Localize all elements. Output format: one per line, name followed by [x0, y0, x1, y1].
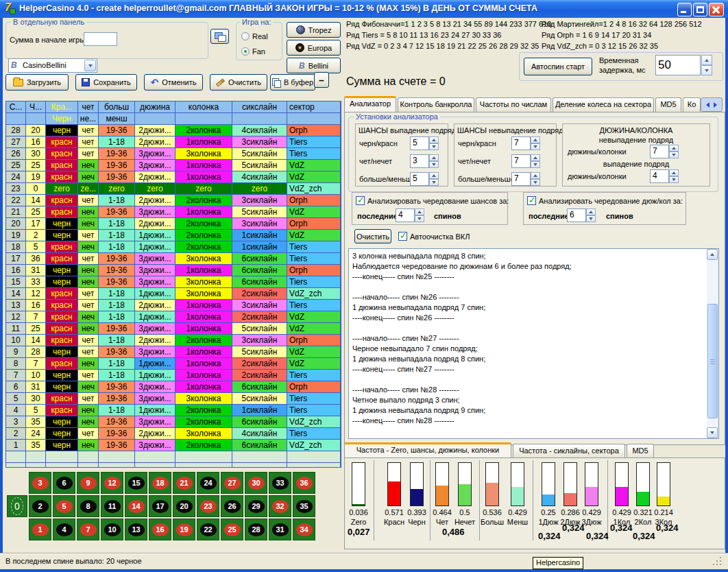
- spin-down-icon[interactable]: [531, 143, 540, 150]
- roulette-number-4[interactable]: 4: [53, 519, 75, 540]
- analyzer-spin-6-edit[interactable]: 7: [650, 145, 669, 158]
- freq-tab-2[interactable]: MD5: [627, 444, 654, 457]
- roulette-number-17[interactable]: 17: [149, 495, 171, 517]
- spin-up-icon[interactable]: [415, 208, 424, 215]
- spin-up-icon[interactable]: [669, 169, 679, 176]
- tab-scroll-right-icon[interactable]: [714, 102, 717, 108]
- alternation-dozen-checkbox[interactable]: [527, 196, 536, 205]
- radio-fan[interactable]: [241, 47, 250, 56]
- spin-up-icon[interactable]: [429, 154, 439, 161]
- freq-tab-1[interactable]: Частота - сиклайны, сектора: [513, 444, 625, 457]
- grid-header-cell[interactable]: Черн: [46, 113, 78, 125]
- analyzer-log[interactable]: 3 колонка невыпадала подряд 8 спин;Наблю…: [348, 248, 719, 439]
- scroll-down-button[interactable]: [707, 427, 718, 438]
- main-tab-4[interactable]: MD5: [655, 97, 681, 112]
- roulette-number-6[interactable]: 6: [53, 472, 75, 494]
- scroll-thumb[interactable]: [707, 304, 718, 418]
- combo-dropdown-button[interactable]: [84, 60, 96, 71]
- chk1-spin-edit[interactable]: 4: [396, 208, 415, 222]
- detach-panel-button[interactable]: [210, 29, 229, 44]
- chk2-spin-edit[interactable]: 6: [567, 208, 586, 222]
- spin-down-icon[interactable]: [429, 179, 439, 186]
- analyzer-spin-2[interactable]: 5: [410, 172, 439, 186]
- roulette-number-16[interactable]: 16: [149, 519, 171, 540]
- log-clear-button[interactable]: Очистить: [354, 229, 391, 243]
- spin-down-icon[interactable]: [669, 152, 679, 158]
- roulette-number-18[interactable]: 18: [149, 472, 171, 494]
- chk1-spin[interactable]: 4: [396, 208, 424, 222]
- grid-header-cell[interactable]: сикслайн: [232, 102, 287, 113]
- roulette-number-14[interactable]: 14: [125, 495, 147, 517]
- radio-real[interactable]: [241, 32, 250, 40]
- roulette-number-32[interactable]: 32: [269, 495, 291, 517]
- resize-grip[interactable]: [720, 557, 721, 558]
- roulette-number-26[interactable]: 26: [221, 495, 243, 517]
- minimize-button[interactable]: [677, 3, 692, 16]
- spin-up-icon[interactable]: [429, 172, 439, 179]
- main-tab-0[interactable]: Анализатор: [344, 96, 396, 112]
- spin-up-icon[interactable]: [701, 55, 712, 65]
- grid-header-cell[interactable]: дюжина: [135, 102, 175, 113]
- casino-combobox[interactable]: B CasinoBellini: [8, 58, 97, 73]
- roulette-number-30[interactable]: 30: [245, 472, 267, 494]
- spin-down-icon[interactable]: [415, 215, 424, 222]
- roulette-number-29[interactable]: 29: [245, 495, 267, 517]
- roulette-number-36[interactable]: 36: [293, 472, 315, 494]
- analyzer-spin-7-edit[interactable]: 4: [650, 169, 669, 183]
- spin-down-icon[interactable]: [701, 65, 712, 75]
- delay-input[interactable]: 50: [655, 55, 701, 75]
- analyzer-spin-4-edit[interactable]: 7: [511, 154, 531, 168]
- analyzer-spin-0[interactable]: 5: [410, 136, 439, 150]
- roulette-number-19[interactable]: 19: [173, 519, 195, 540]
- roulette-number-2[interactable]: 2: [29, 495, 51, 517]
- grid-header-cell[interactable]: больш: [99, 102, 135, 113]
- spin-down-icon[interactable]: [531, 179, 540, 186]
- roulette-number-35[interactable]: 35: [293, 495, 315, 517]
- main-tab-3[interactable]: Деление колеса на сектора: [553, 97, 654, 112]
- grid-header-cell[interactable]: С...: [6, 102, 26, 113]
- chk2-spin[interactable]: 6: [567, 208, 596, 222]
- grid-header-cell[interactable]: сектор: [287, 102, 341, 113]
- grid-header-cell[interactable]: [287, 113, 341, 125]
- analyzer-spin-4[interactable]: 7: [511, 154, 540, 168]
- autospin-start-button[interactable]: Автоспин старт: [524, 58, 592, 75]
- to-buffer-button[interactable]: В буфер: [270, 74, 315, 91]
- undo-button[interactable]: ↶Отменить: [144, 74, 203, 91]
- roulette-number-12[interactable]: 12: [101, 472, 123, 494]
- roulette-number-23[interactable]: 23: [197, 495, 219, 517]
- analyzer-spin-1-edit[interactable]: 3: [410, 154, 429, 168]
- tropez-button[interactable]: Tropez: [287, 22, 341, 38]
- analyzer-spin-7[interactable]: 4: [650, 169, 679, 183]
- collapse-button[interactable]: –: [314, 72, 329, 88]
- spin-up-icon[interactable]: [429, 136, 439, 143]
- grid-header-cell[interactable]: менш: [99, 113, 135, 125]
- roulette-number-34[interactable]: 34: [293, 519, 315, 540]
- spin-up-icon[interactable]: [586, 208, 596, 215]
- scroll-up-button[interactable]: [707, 249, 718, 260]
- spin-up-icon[interactable]: [531, 172, 540, 179]
- start-sum-input[interactable]: [84, 32, 117, 46]
- analyzer-spin-3[interactable]: 7: [511, 136, 540, 150]
- clear-button[interactable]: Очистить: [210, 74, 267, 91]
- roulette-number-7[interactable]: 7: [77, 519, 99, 540]
- roulette-number-33[interactable]: 33: [269, 472, 291, 494]
- roulette-number-31[interactable]: 31: [269, 519, 291, 540]
- grid-header-cell[interactable]: [26, 113, 46, 125]
- spin-down-icon[interactable]: [429, 161, 439, 168]
- spin-up-icon[interactable]: [531, 154, 540, 161]
- analyzer-spin-3-edit[interactable]: 7: [511, 136, 531, 150]
- main-tab-5[interactable]: Ко: [683, 97, 701, 112]
- delay-spinner[interactable]: [701, 55, 712, 75]
- bellini-button[interactable]: BBellini: [287, 58, 341, 73]
- spin-down-icon[interactable]: [429, 143, 439, 150]
- grid-header-cell[interactable]: Ч...: [26, 102, 46, 113]
- grid-header-cell[interactable]: [6, 113, 26, 125]
- analyzer-spin-1[interactable]: 3: [410, 154, 439, 168]
- grid-header-cell[interactable]: колонка: [175, 102, 232, 113]
- main-tab-2[interactable]: Частоты по числам: [476, 97, 551, 112]
- load-button[interactable]: Загрузить: [5, 74, 69, 91]
- roulette-number-5[interactable]: 5: [53, 495, 75, 517]
- roulette-number-28[interactable]: 28: [245, 519, 267, 540]
- roulette-number-25[interactable]: 25: [221, 519, 243, 540]
- grid-header-cell[interactable]: [135, 113, 175, 125]
